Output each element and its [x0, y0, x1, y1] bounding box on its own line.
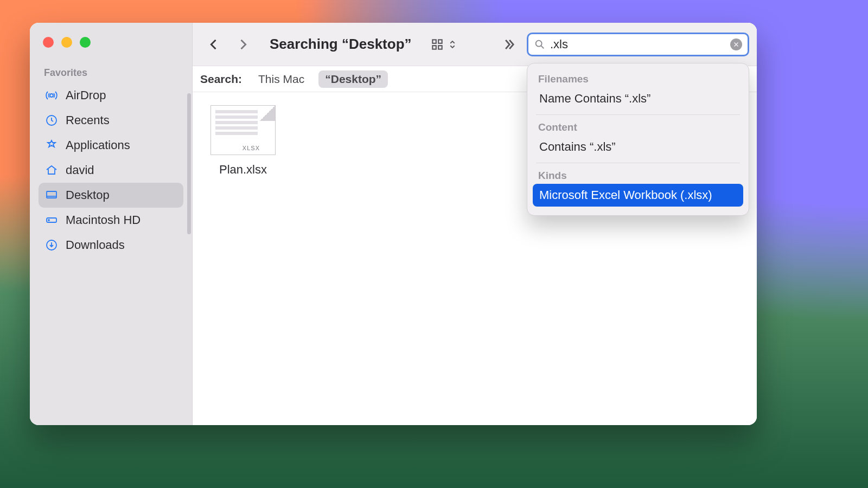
suggestion-group-kinds: Kinds: [533, 168, 743, 184]
suggestion-group-content: Content: [533, 119, 743, 136]
sidebar: Favorites AirDrop Recents Applications d…: [30, 23, 193, 425]
minimize-window-button[interactable]: [61, 37, 72, 48]
search-field[interactable]: [527, 33, 749, 56]
svg-rect-7: [438, 40, 442, 43]
file-thumbnail: XLSX: [210, 105, 276, 155]
scope-label: Search:: [200, 73, 242, 86]
applications-icon: [45, 139, 58, 152]
home-icon: [45, 164, 58, 177]
sidebar-item-downloads[interactable]: Downloads: [39, 233, 183, 258]
sidebar-item-applications[interactable]: Applications: [39, 133, 183, 158]
airdrop-icon: [45, 89, 58, 102]
suggestion-group-filenames: Filenames: [533, 71, 743, 87]
forward-button[interactable]: [235, 36, 251, 53]
search-icon: [534, 38, 546, 50]
svg-rect-2: [47, 191, 56, 198]
grid-icon: [430, 37, 444, 52]
toolbar: Searching “Desktop”: [193, 23, 757, 66]
download-icon: [45, 239, 58, 252]
scope-desktop[interactable]: “Desktop”: [318, 70, 388, 88]
svg-rect-9: [438, 46, 442, 49]
sidebar-item-macintosh-hd[interactable]: Macintosh HD: [39, 208, 183, 233]
sidebar-section-favorites: Favorites: [44, 67, 178, 79]
suggestion-content-contains[interactable]: Contains “.xls”: [533, 136, 743, 158]
finder-window: Favorites AirDrop Recents Applications d…: [30, 23, 757, 425]
sidebar-item-label: Applications: [66, 138, 130, 152]
file-type-badge: XLSX: [242, 145, 260, 151]
window-title: Searching “Desktop”: [270, 36, 412, 53]
updown-icon: [448, 40, 457, 49]
harddrive-icon: [45, 214, 58, 227]
sidebar-item-desktop[interactable]: Desktop: [39, 183, 183, 208]
main-pane: Searching “Desktop”: [193, 23, 757, 425]
scope-this-mac[interactable]: This Mac: [252, 70, 311, 88]
clear-search-button[interactable]: [730, 38, 742, 50]
svg-rect-6: [432, 40, 436, 43]
sidebar-scrollbar[interactable]: [187, 93, 191, 234]
zoom-window-button[interactable]: [80, 37, 91, 48]
sidebar-item-label: Recents: [66, 113, 110, 127]
suggestion-kind-xlsx[interactable]: Microsoft Excel Workbook (.xlsx): [533, 184, 743, 207]
search-suggestions-popover: Filenames Name Contains “.xls” Content C…: [527, 63, 749, 216]
sidebar-item-label: david: [66, 163, 94, 177]
sidebar-item-recents[interactable]: Recents: [39, 108, 183, 133]
desktop-icon: [45, 189, 58, 202]
svg-rect-8: [432, 46, 436, 49]
close-window-button[interactable]: [43, 37, 54, 48]
file-name: Plan.xlsx: [219, 163, 267, 177]
sidebar-item-label: AirDrop: [66, 88, 106, 102]
search-input[interactable]: [550, 37, 726, 52]
sidebar-item-label: Downloads: [66, 238, 125, 252]
svg-point-0: [50, 94, 53, 97]
divider: [536, 114, 740, 115]
svg-point-10: [536, 40, 542, 46]
sidebar-item-label: Macintosh HD: [66, 213, 141, 227]
window-controls: [43, 37, 183, 48]
view-switcher[interactable]: [430, 37, 457, 52]
svg-point-4: [48, 220, 49, 221]
sidebar-item-label: Desktop: [66, 188, 110, 202]
nav-controls: [200, 36, 251, 53]
toolbar-overflow-button[interactable]: [501, 36, 517, 53]
clock-icon: [45, 114, 58, 127]
divider: [536, 163, 740, 163]
sidebar-item-home[interactable]: david: [39, 158, 183, 183]
sidebar-item-airdrop[interactable]: AirDrop: [39, 83, 183, 108]
suggestion-name-contains[interactable]: Name Contains “.xls”: [533, 87, 743, 110]
back-button[interactable]: [206, 36, 222, 53]
file-item[interactable]: XLSX Plan.xlsx: [208, 105, 278, 177]
